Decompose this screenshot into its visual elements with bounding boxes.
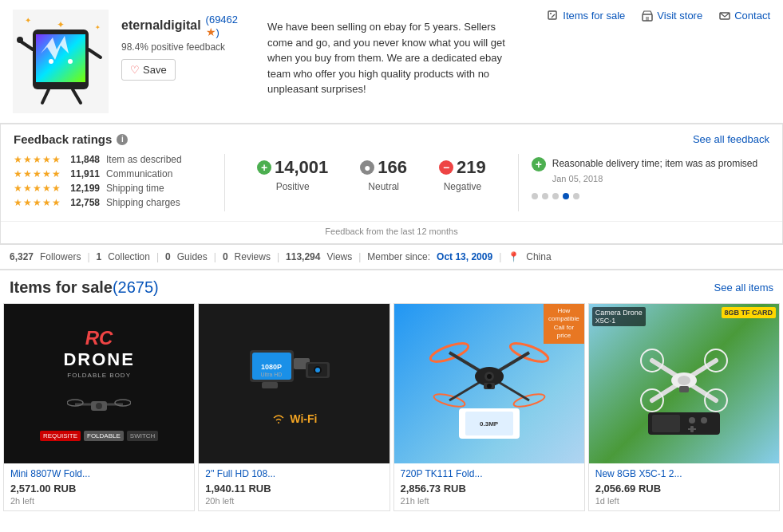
product-label: Camera DroneX5C-1 xyxy=(592,307,646,326)
location-icon: 📍 xyxy=(508,251,520,262)
item-time: 2h left xyxy=(10,496,188,506)
location: China xyxy=(526,251,551,262)
items-title: Items for sale xyxy=(10,278,113,296)
visit-store-link[interactable]: Visit store xyxy=(641,10,702,22)
visit-store-label: Visit store xyxy=(657,10,702,22)
svg-point-46 xyxy=(487,374,492,379)
items-header: Items for sale(2675) See all items xyxy=(0,270,783,303)
rating-row: ★★★★★ 11,911 Communication xyxy=(14,168,212,179)
info-icon[interactable]: i xyxy=(117,134,128,145)
positive-pct: 98.4% positive feedback xyxy=(121,41,242,53)
contact-link[interactable]: Contact xyxy=(718,10,770,22)
svg-point-63 xyxy=(701,417,707,424)
svg-text:✦: ✦ xyxy=(95,24,101,31)
comment-row: + Reasonable delivery time; item was as … xyxy=(532,157,769,183)
svg-rect-61 xyxy=(652,415,680,432)
carousel-dot[interactable] xyxy=(542,193,548,199)
star-icon: ★ xyxy=(206,26,216,38)
svg-text:1080P: 1080P xyxy=(261,363,282,371)
see-all-items-link[interactable]: See all items xyxy=(714,282,773,294)
user-id: (69462 ★) xyxy=(206,13,243,38)
item-time: 1d left xyxy=(595,496,773,506)
guides-count: 0 xyxy=(165,251,171,262)
sale-badge: HowcompatibleCall forprice xyxy=(544,304,584,344)
item-image: Camera DroneX5C-1 8GB TF CARD xyxy=(589,304,779,463)
followers-count: 6,327 xyxy=(10,251,34,262)
member-since-label: Member since: xyxy=(367,251,430,262)
feedback-body: ★★★★★ 11,848 Item as described ★★★★★ 11,… xyxy=(1,151,782,221)
item-info: 720P TK111 Fold... 2,856.73 RUB 21h left xyxy=(394,463,584,510)
svg-rect-31 xyxy=(262,382,278,388)
item-card[interactable]: HowcompatibleCall forprice xyxy=(393,303,585,511)
rating-count: 12,758 xyxy=(68,197,100,208)
item-price: 2,056.69 RUB xyxy=(595,483,773,495)
carousel-dot-active[interactable] xyxy=(563,193,569,199)
item-info: Mini 8807W Fold... 2,571.00 RUB 2h left xyxy=(4,463,194,510)
collection-label: Collection xyxy=(108,251,150,262)
carousel-dots xyxy=(532,193,769,199)
contact-label: Contact xyxy=(734,10,770,22)
item-info: New 8GB X5C-1 2... 2,056.69 RUB 1d left xyxy=(589,463,779,510)
negative-count-item: − 219 Negative xyxy=(423,154,502,195)
rating-count: 11,911 xyxy=(68,168,100,179)
item-name: New 8GB X5C-1 2... xyxy=(595,468,773,479)
profile-section: ✦ ✦ ✦ eternaldigital (69462 ★) 98.4% pos… xyxy=(0,0,783,124)
collection-count: 1 xyxy=(97,251,102,262)
svg-rect-18 xyxy=(646,17,649,21)
svg-rect-14 xyxy=(548,11,556,19)
svg-text:Ultra HD: Ultra HD xyxy=(261,372,283,377)
items-grid: RC DRONE FOLDABLE BODY xyxy=(0,303,783,521)
item-price: 2,571.00 RUB xyxy=(10,483,188,495)
rating-row: ★★★★★ 12,199 Shipping time xyxy=(14,183,212,194)
item-image: 1080P Ultra HD xyxy=(199,304,389,463)
item-card[interactable]: Camera DroneX5C-1 8GB TF CARD xyxy=(588,303,780,511)
followers-label: Followers xyxy=(40,251,81,262)
svg-line-8 xyxy=(73,89,81,103)
svg-line-4 xyxy=(21,41,33,49)
svg-point-58 xyxy=(678,376,690,385)
ratings-table: ★★★★★ 11,848 Item as described ★★★★★ 11,… xyxy=(1,154,224,211)
reviews-label: Reviews xyxy=(235,251,271,262)
profile-actions: Items for sale Visit store Contact xyxy=(534,0,783,123)
negative-number: 219 xyxy=(457,157,486,178)
carousel-dot[interactable] xyxy=(552,193,559,199)
feedback-header: Feedback ratings i See all feedback xyxy=(1,124,782,151)
member-since-date[interactable]: Oct 13, 2009 xyxy=(437,251,492,262)
username: eternaldigital xyxy=(121,18,201,33)
rating-label: Item as described xyxy=(106,154,182,165)
comment-plus-icon: + xyxy=(532,157,546,171)
item-card[interactable]: 1080P Ultra HD xyxy=(198,303,390,511)
profile-info: eternaldigital (69462 ★) 98.4% positive … xyxy=(121,10,242,113)
item-price: 1,940.11 RUB xyxy=(205,483,382,495)
feedback-section: Feedback ratings i See all feedback ★★★★… xyxy=(0,124,783,244)
svg-line-7 xyxy=(42,89,49,103)
carousel-dot[interactable] xyxy=(532,193,538,199)
carousel-dot[interactable] xyxy=(573,193,579,199)
views-count: 113,294 xyxy=(286,251,320,262)
item-time: 20h left xyxy=(205,496,382,506)
negative-label: Negative xyxy=(439,181,486,192)
feedback-comment-section: + Reasonable delivery time; item was as … xyxy=(518,154,782,211)
plus-icon: + xyxy=(257,160,271,175)
item-info: 2'' Full HD 108... 1,940.11 RUB 20h left xyxy=(199,463,389,510)
svg-point-5 xyxy=(17,37,23,43)
svg-point-25 xyxy=(96,403,102,409)
rating-count: 11,848 xyxy=(68,154,100,165)
svg-rect-65 xyxy=(688,428,696,430)
tag-icon xyxy=(547,10,560,22)
neutral-count-item: ● 166 Neutral xyxy=(344,154,423,195)
svg-point-62 xyxy=(689,417,695,424)
stats-bar: 6,327 Followers | 1 Collection | 0 Guide… xyxy=(0,244,783,270)
item-card[interactable]: RC DRONE FOLDABLE BODY xyxy=(3,303,195,511)
svg-text:✦: ✦ xyxy=(57,19,65,30)
items-for-sale-link[interactable]: Items for sale xyxy=(547,10,625,22)
item-name: 720P TK111 Fold... xyxy=(401,468,578,479)
stars-icon: ★★★★★ xyxy=(14,168,61,179)
save-button[interactable]: ♡ Save xyxy=(121,59,176,81)
rating-row: ★★★★★ 12,758 Shipping charges xyxy=(14,197,212,208)
feedback-counts: + 14,001 Positive ● 166 Neutral − 219 Ne… xyxy=(224,154,518,211)
mail-icon xyxy=(718,10,731,22)
svg-line-6 xyxy=(89,49,101,57)
profile-description: We have been selling on ebay for 5 years… xyxy=(255,10,521,113)
see-all-feedback-link[interactable]: See all feedback xyxy=(693,133,769,145)
